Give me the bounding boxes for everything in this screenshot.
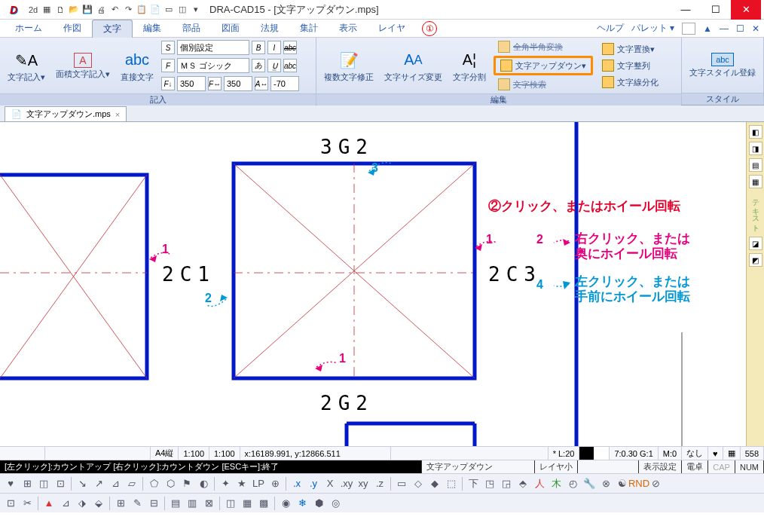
bold-icon[interactable]: B — [252, 41, 265, 54]
tb-icon[interactable]: ⊟ — [146, 496, 161, 511]
tb-icon[interactable]: ⬘ — [515, 476, 530, 491]
font-combo[interactable] — [177, 58, 249, 73]
tb-icon[interactable]: .z — [372, 476, 387, 491]
side-icon[interactable]: ◩ — [749, 253, 762, 267]
tb-icon[interactable]: ⬠ — [146, 476, 161, 491]
text-to-line-button[interactable]: 文字線分化 — [597, 75, 663, 90]
minimize-button[interactable]: — — [671, 0, 701, 20]
multi-text-edit-button[interactable]: 📝 複数文字修正 — [321, 48, 377, 83]
height-input[interactable] — [177, 76, 206, 91]
italic-icon[interactable]: I — [267, 41, 281, 54]
tb-icon[interactable]: 下 — [466, 476, 481, 491]
m-cell[interactable]: M:0 — [659, 447, 682, 460]
close-button[interactable]: ✕ — [731, 0, 761, 20]
tb-icon[interactable]: ◲ — [499, 476, 514, 491]
tb-icon[interactable]: ▲ — [41, 496, 57, 511]
tb-icon[interactable]: .x — [289, 476, 304, 491]
abc-icon[interactable]: abc — [283, 59, 297, 72]
spacing-input[interactable] — [270, 76, 299, 91]
text-input-button[interactable]: ✎A 文字記入▾ — [5, 48, 48, 83]
height-chip[interactable]: F↓ — [161, 77, 175, 90]
tb-icon[interactable]: .y — [306, 476, 321, 491]
child-close-icon[interactable]: ✕ — [752, 23, 759, 34]
direct-text-button[interactable]: abc 直接文字 — [118, 48, 157, 83]
qat-icon[interactable]: ◫ — [176, 4, 188, 16]
text-updown-button[interactable]: 文字アップダウン▾ — [494, 56, 593, 75]
text-split-button[interactable]: A¦ 文字分割 — [450, 48, 489, 83]
tb-icon[interactable]: ◫ — [223, 496, 238, 511]
child-max-icon[interactable]: ☐ — [736, 23, 744, 34]
tb-icon[interactable]: ◇ — [411, 476, 426, 491]
spacing-chip[interactable]: A↔ — [255, 77, 268, 90]
tb-icon[interactable]: .xy — [339, 476, 354, 491]
tb-icon[interactable]: xy — [356, 476, 371, 491]
qat-icon[interactable]: ▦ — [41, 4, 53, 16]
side-icon[interactable]: ▤ — [749, 158, 762, 172]
search-box-icon[interactable] — [682, 23, 695, 35]
tb-icon[interactable]: ⬗ — [75, 496, 90, 511]
tb-icon[interactable]: ❄ — [295, 496, 310, 511]
tb-icon[interactable]: ▦ — [240, 496, 255, 511]
tb-icon[interactable]: ⬙ — [91, 496, 106, 511]
tb-icon[interactable]: ▤ — [168, 496, 183, 511]
tb-icon[interactable]: ⊡ — [3, 496, 18, 511]
side-icon[interactable]: ◪ — [749, 237, 762, 250]
tb-icon[interactable]: LP — [251, 476, 266, 491]
layersmall-cell[interactable]: レイヤ小 — [535, 460, 578, 473]
tab-edit[interactable]: 編集 — [133, 20, 172, 37]
tab-text[interactable]: 文字 — [92, 20, 133, 38]
tb-icon[interactable]: ⊞ — [113, 496, 128, 511]
tab-parts[interactable]: 部品 — [172, 20, 211, 37]
tb-icon[interactable]: ★ — [234, 476, 249, 491]
tb-icon[interactable]: ◐ — [196, 476, 211, 491]
grid-icon[interactable]: ▦ — [723, 447, 741, 460]
tb-icon[interactable]: ▩ — [256, 496, 271, 511]
disp-cell[interactable]: 表示設定 — [639, 460, 682, 473]
tb-icon[interactable]: ⬚ — [444, 476, 459, 491]
tb-icon[interactable]: ⊡ — [53, 476, 68, 491]
tb-icon[interactable]: ⚑ — [179, 476, 194, 491]
qat-icon[interactable]: 🗋 — [54, 4, 66, 16]
qat-icon[interactable]: 📋 — [136, 4, 148, 16]
qat-icon[interactable]: ↶ — [108, 4, 121, 16]
layer-cell[interactable]: * L:20 — [549, 447, 580, 460]
text-replace-button[interactable]: 文字置換▾ — [597, 41, 663, 57]
ja-icon[interactable]: あ — [252, 59, 265, 72]
tb-icon[interactable]: ⊠ — [201, 496, 216, 511]
text-align-button[interactable]: 文字整列 — [597, 58, 663, 73]
calc-cell[interactable]: 電卓 — [682, 460, 708, 473]
none-cell[interactable]: なし — [682, 447, 708, 460]
tb-icon[interactable]: ⊿ — [108, 476, 123, 491]
child-min-icon[interactable]: — — [720, 23, 729, 34]
side-icon[interactable]: ◨ — [749, 142, 762, 155]
area-text-button[interactable]: A 面積文字記入▾ — [53, 51, 113, 80]
tab-drawing[interactable]: 図面 — [211, 20, 250, 37]
style-chip[interactable]: S — [161, 41, 175, 54]
width-chip[interactable]: F↔ — [208, 77, 222, 90]
qat-icon[interactable]: ▾ — [190, 4, 202, 16]
doc-close-icon[interactable]: × — [115, 110, 120, 119]
tb-icon[interactable]: ⊞ — [20, 476, 35, 491]
paper-cell[interactable]: A4縦 — [151, 447, 179, 460]
tb-icon[interactable]: ◳ — [482, 476, 497, 491]
fullhalf-convert-button[interactable]: 全角半角変換 — [494, 39, 593, 54]
tb-icon[interactable]: ⊕ — [267, 476, 283, 491]
text-size-button[interactable]: AA 文字サイズ変更 — [381, 48, 445, 83]
tab-sum[interactable]: 集計 — [289, 20, 329, 37]
qat-icon[interactable]: 💾 — [81, 4, 93, 16]
tb-icon[interactable]: ⬡ — [163, 476, 178, 491]
width-input[interactable] — [224, 76, 252, 91]
qat-icon[interactable]: 📄 — [149, 4, 161, 16]
tb-icon[interactable]: ⊗ — [598, 476, 613, 491]
tab-view[interactable]: 表示 — [329, 20, 368, 37]
maximize-button[interactable]: ☐ — [701, 0, 731, 20]
style-combo[interactable] — [177, 40, 249, 55]
tb-icon[interactable]: ↘ — [75, 476, 90, 491]
qat-icon[interactable]: 📂 — [68, 4, 80, 16]
tb-icon[interactable]: ✂ — [20, 496, 35, 511]
text-style-reg-button[interactable]: abc 文字スタイル登録 — [686, 51, 759, 78]
tb-icon[interactable]: ⊘ — [648, 476, 663, 491]
side-icon[interactable]: ◧ — [749, 125, 762, 139]
document-tab[interactable]: 📄 文字アップダウン.mps × — [5, 106, 127, 121]
qat-icon[interactable]: ▭ — [163, 4, 175, 16]
